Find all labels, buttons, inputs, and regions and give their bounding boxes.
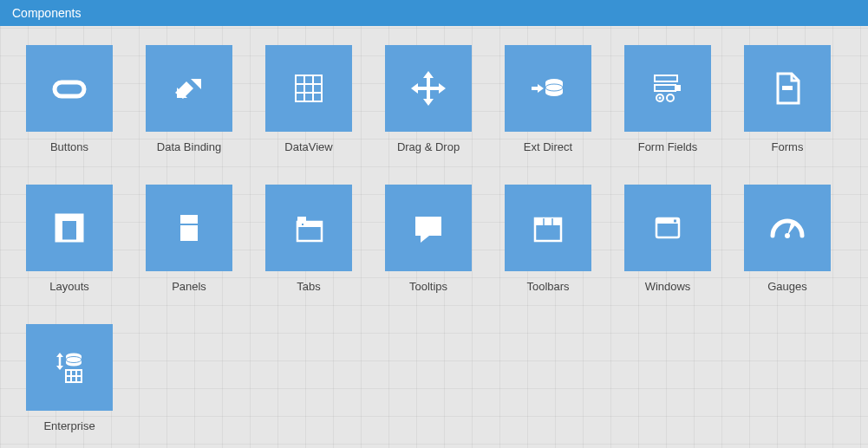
tile-label: Tooltips <box>409 280 447 293</box>
tile-box <box>624 185 711 271</box>
button-pill-icon <box>48 67 91 110</box>
tile-label: Gauges <box>767 280 807 293</box>
tile-tabs[interactable]: Tabs <box>265 185 352 293</box>
tile-box <box>265 45 352 132</box>
tile-box <box>26 185 113 271</box>
tile-data-binding[interactable]: Data Binding <box>146 45 232 153</box>
tile-form-fields[interactable]: Form Fields <box>624 45 711 153</box>
tile-label: DataView <box>284 140 332 153</box>
tile-box <box>265 185 352 271</box>
toolbars-icon <box>526 206 570 250</box>
tile-buttons[interactable]: Buttons <box>26 45 113 153</box>
tile-label: Toolbars <box>526 280 569 293</box>
panels-icon <box>167 206 211 250</box>
windows-icon <box>646 206 689 250</box>
tile-box <box>505 45 591 132</box>
tile-box <box>624 45 711 132</box>
tile-label: Form Fields <box>638 140 698 153</box>
tile-box <box>385 185 472 271</box>
tile-box <box>146 45 232 132</box>
gauge-icon <box>766 206 809 250</box>
tile-enterprise[interactable]: Enterprise <box>26 324 113 432</box>
tile-label: Enterprise <box>43 419 95 432</box>
drag-drop-icon <box>407 67 450 110</box>
tile-label: Ext Direct <box>524 140 572 153</box>
ext-direct-icon <box>526 67 570 110</box>
tile-box <box>505 185 591 271</box>
tile-label: Windows <box>645 280 691 293</box>
tile-label: Forms <box>772 140 804 153</box>
enterprise-icon <box>48 346 91 389</box>
tile-layouts[interactable]: Layouts <box>26 185 113 293</box>
tile-gauges[interactable]: Gauges <box>744 185 831 293</box>
data-binding-icon <box>167 67 211 110</box>
tile-label: Data Binding <box>157 140 221 153</box>
tile-tooltips[interactable]: Tooltips <box>385 185 472 293</box>
components-header: Components <box>0 0 868 26</box>
tile-label: Buttons <box>50 140 88 153</box>
tile-label: Panels <box>172 280 206 293</box>
tile-label: Tabs <box>297 280 320 293</box>
tile-toolbars[interactable]: Toolbars <box>505 185 591 293</box>
tile-label: Drag & Drop <box>397 140 460 153</box>
tile-box <box>744 45 831 132</box>
tile-forms[interactable]: Forms <box>744 45 831 153</box>
tile-area: Buttons Data Binding DataView Drag & Dro… <box>0 26 868 448</box>
tile-dataview[interactable]: DataView <box>265 45 352 153</box>
tile-windows[interactable]: Windows <box>624 185 711 293</box>
forms-file-icon <box>766 67 809 110</box>
form-fields-icon <box>646 67 689 110</box>
tile-label: Layouts <box>49 280 89 293</box>
dataview-grid-icon <box>287 67 330 110</box>
tabs-icon <box>287 206 330 250</box>
tile-box <box>146 185 232 271</box>
tile-panels[interactable]: Panels <box>146 185 232 293</box>
tile-drag-drop[interactable]: Drag & Drop <box>385 45 472 153</box>
tooltip-bubble-icon <box>407 206 450 250</box>
tile-box <box>744 185 831 271</box>
layouts-icon <box>48 206 91 250</box>
tile-box <box>26 324 113 411</box>
tile-box <box>385 45 472 132</box>
header-title: Components <box>12 6 81 20</box>
tile-ext-direct[interactable]: Ext Direct <box>505 45 591 153</box>
tile-box <box>26 45 113 132</box>
